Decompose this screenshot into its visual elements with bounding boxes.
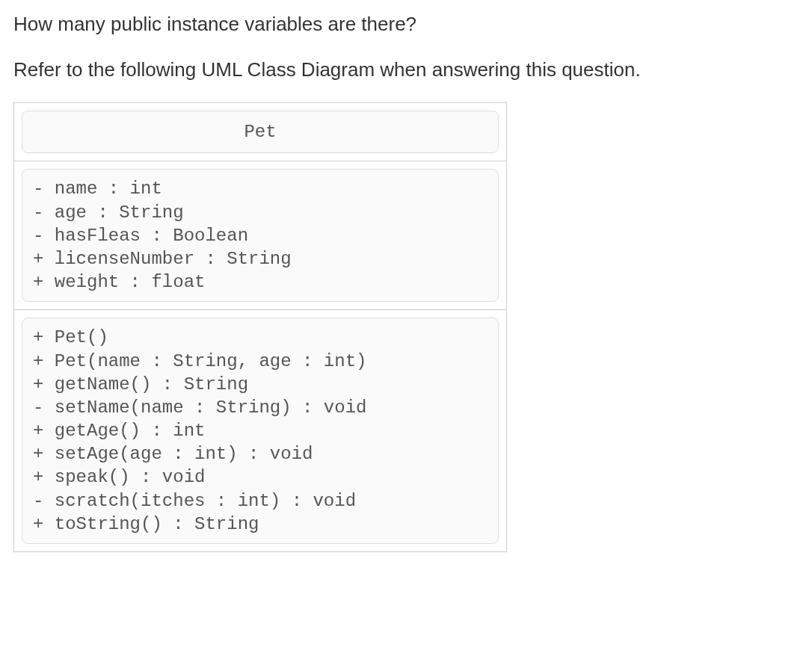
- question-line-1: How many public instance variables are t…: [13, 11, 801, 37]
- uml-method: - setName(name : String) : void: [33, 396, 487, 419]
- uml-attributes-card: - name : int - age : String - hasFleas :…: [22, 169, 499, 302]
- uml-classname-section: Pet: [14, 103, 506, 161]
- question-line-2: Refer to the following UML Class Diagram…: [13, 57, 801, 83]
- uml-method: + Pet(name : String, age : int): [33, 350, 487, 373]
- uml-method: + getName() : String: [33, 373, 487, 396]
- uml-attribute: + weight : float: [33, 270, 487, 294]
- uml-method: + setAge(age : int) : void: [33, 442, 487, 466]
- uml-method: + Pet(): [33, 326, 487, 349]
- uml-attribute: - name : int: [33, 177, 487, 200]
- uml-attribute: + licenseNumber : String: [33, 247, 487, 270]
- uml-class-name: Pet: [22, 111, 499, 153]
- uml-methods-card: + Pet() + Pet(name : String, age : int) …: [22, 318, 499, 544]
- uml-attribute: - hasFleas : Boolean: [33, 224, 487, 247]
- uml-method: + getAge() : int: [33, 419, 487, 442]
- uml-attribute: - age : String: [33, 201, 487, 224]
- uml-methods-section: + Pet() + Pet(name : String, age : int) …: [14, 310, 506, 551]
- uml-diagram: Pet - name : int - age : String - hasFle…: [13, 102, 507, 552]
- uml-method: + speak() : void: [33, 466, 487, 489]
- uml-method: + toString() : String: [33, 513, 487, 536]
- uml-attributes-section: - name : int - age : String - hasFleas :…: [14, 161, 506, 309]
- uml-method: - scratch(itches : int) : void: [33, 489, 487, 513]
